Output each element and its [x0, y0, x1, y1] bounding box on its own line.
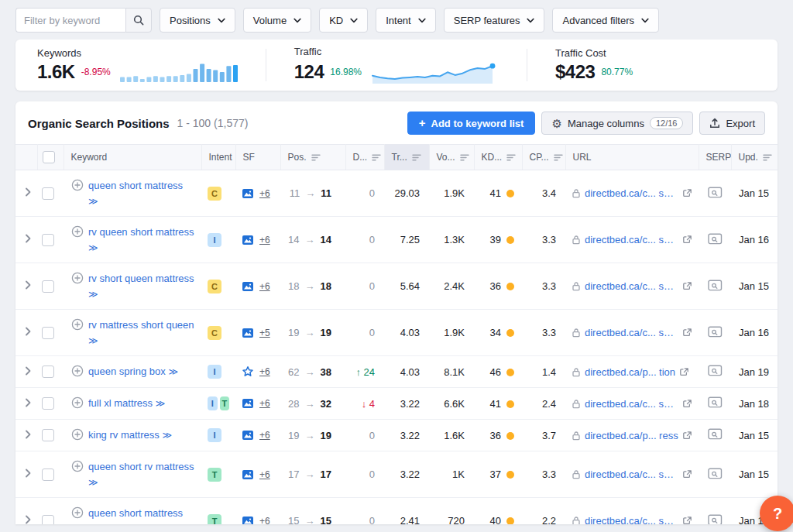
plus-circle-icon[interactable]: [71, 179, 84, 194]
search-button[interactable]: [125, 8, 152, 33]
row-checkbox[interactable]: [42, 234, 54, 246]
row-checkbox[interactable]: [42, 327, 54, 339]
manage-columns-button[interactable]: ⚙ Manage columns 12/16: [541, 112, 693, 135]
keyword-link[interactable]: rv mattress short queen: [88, 319, 194, 331]
row-checkbox[interactable]: [42, 469, 54, 481]
keyword-double-chevron-icon[interactable]: ≫: [162, 430, 172, 441]
plus-circle-icon[interactable]: [71, 272, 84, 287]
expand-row-chevron-icon[interactable]: [22, 279, 34, 293]
expand-row-chevron-icon[interactable]: [22, 365, 34, 379]
filter-dropdown-intent[interactable]: Intent: [376, 8, 436, 33]
plus-circle-icon[interactable]: [71, 396, 84, 411]
external-link-icon[interactable]: [682, 281, 692, 291]
serp-features-more-link[interactable]: +6: [259, 235, 270, 245]
column-header-vo[interactable]: Vo...: [429, 145, 474, 170]
external-link-icon[interactable]: [682, 516, 692, 524]
select-all-checkbox[interactable]: [43, 151, 55, 163]
serp-features-more-link[interactable]: +6: [259, 366, 270, 377]
keyword-double-chevron-icon[interactable]: ≫: [88, 196, 98, 207]
column-header-upd[interactable]: Upd.: [731, 145, 778, 170]
serp-preview-icon[interactable]: [708, 280, 723, 291]
row-checkbox[interactable]: [42, 187, 54, 200]
keyword-link[interactable]: queen short mattress for rv: [88, 507, 183, 524]
plus-circle-icon[interactable]: [71, 428, 84, 443]
url-link[interactable]: directbed.ca/p... ress: [585, 430, 678, 441]
plus-circle-icon[interactable]: [71, 318, 84, 333]
url-link[interactable]: directbed.ca/c... sses: [585, 187, 678, 199]
url-link[interactable]: directbed.ca/c... sses: [585, 234, 678, 245]
serp-features-more-link[interactable]: +6: [259, 430, 270, 441]
serp-preview-icon[interactable]: [708, 365, 723, 376]
keyword-double-chevron-icon[interactable]: ≫: [88, 335, 98, 346]
serp-preview-icon[interactable]: [708, 396, 723, 408]
url-link[interactable]: directbed.ca/c... sses: [585, 280, 678, 292]
serp-preview-icon[interactable]: [708, 187, 723, 198]
keyword-double-chevron-icon[interactable]: ≫: [168, 366, 178, 377]
keyword-link[interactable]: queen spring box: [88, 366, 166, 377]
url-link[interactable]: directbed.ca/p... tion: [585, 366, 675, 378]
row-checkbox[interactable]: [42, 280, 54, 293]
serp-preview-icon[interactable]: [708, 233, 723, 245]
plus-circle-icon[interactable]: [71, 365, 84, 379]
keyword-double-chevron-icon[interactable]: ≫: [88, 477, 98, 488]
column-header-pos[interactable]: Pos.: [280, 145, 345, 170]
external-link-icon[interactable]: [682, 235, 692, 245]
external-link-icon[interactable]: [682, 188, 692, 198]
plus-circle-icon[interactable]: [71, 506, 84, 521]
serp-preview-icon[interactable]: [708, 428, 723, 440]
filter-dropdown-positions[interactable]: Positions: [160, 8, 235, 33]
column-header-d[interactable]: D...: [345, 145, 384, 170]
filter-dropdown-volume[interactable]: Volume: [243, 8, 311, 33]
plus-circle-icon[interactable]: [71, 225, 84, 240]
url-link[interactable]: directbed.ca/c... sses: [585, 327, 678, 338]
url-link[interactable]: directbed.ca/c... sses: [585, 398, 678, 410]
keyword-double-chevron-icon[interactable]: ≫: [114, 523, 124, 525]
expand-row-chevron-icon[interactable]: [22, 428, 34, 443]
serp-preview-icon[interactable]: [708, 468, 723, 479]
keyword-link[interactable]: rv short queen mattress: [88, 273, 194, 284]
export-button[interactable]: Export: [699, 112, 765, 135]
row-checkbox[interactable]: [42, 366, 54, 378]
serp-features-more-link[interactable]: +5: [259, 328, 270, 338]
serp-features-more-link[interactable]: +6: [259, 516, 270, 525]
serp-features-more-link[interactable]: +6: [259, 188, 270, 199]
filter-dropdown-serp-features[interactable]: SERP features: [444, 8, 545, 33]
keyword-link[interactable]: full xl mattress: [88, 397, 153, 409]
keyword-double-chevron-icon[interactable]: ≫: [88, 242, 98, 253]
expand-row-chevron-icon[interactable]: [22, 325, 34, 340]
filter-dropdown-kd[interactable]: KD: [319, 8, 368, 33]
serp-preview-icon[interactable]: [708, 326, 723, 338]
serp-features-more-link[interactable]: +6: [259, 398, 270, 409]
column-header-kd[interactable]: KD...: [474, 145, 522, 170]
keyword-link[interactable]: rv queen short mattress: [88, 226, 194, 238]
external-link-icon[interactable]: [679, 367, 689, 377]
expand-row-chevron-icon[interactable]: [22, 467, 34, 482]
url-link[interactable]: directbed.ca/c... sses: [585, 515, 678, 524]
keyword-double-chevron-icon[interactable]: ≫: [156, 398, 166, 409]
add-to-keyword-list-button[interactable]: + Add to keyword list: [407, 112, 536, 135]
filter-dropdown-advanced-filters[interactable]: Advanced filters: [552, 8, 659, 33]
keyword-link[interactable]: king rv mattress: [88, 429, 160, 441]
keyword-filter-input[interactable]: [15, 8, 125, 33]
row-checkbox[interactable]: [42, 429, 54, 441]
keyword-double-chevron-icon[interactable]: ≫: [88, 289, 98, 300]
keyword-link[interactable]: queen short rv mattress: [88, 461, 194, 472]
row-checkbox[interactable]: [42, 397, 54, 410]
serp-features-more-link[interactable]: +6: [259, 469, 270, 480]
external-link-icon[interactable]: [682, 399, 692, 409]
column-header-cp[interactable]: CP...: [522, 145, 565, 170]
external-link-icon[interactable]: [682, 328, 692, 338]
help-button[interactable]: ?: [760, 496, 793, 531]
expand-row-chevron-icon[interactable]: [22, 513, 34, 524]
expand-row-chevron-icon[interactable]: [22, 232, 34, 247]
column-header-tr[interactable]: Tr...: [384, 145, 429, 170]
plus-circle-icon[interactable]: [71, 460, 84, 475]
expand-row-chevron-icon[interactable]: [22, 186, 34, 201]
url-link[interactable]: directbed.ca/c... sses: [585, 469, 678, 480]
row-checkbox[interactable]: [42, 515, 54, 524]
serp-preview-icon[interactable]: [708, 514, 723, 525]
external-link-icon[interactable]: [682, 469, 692, 479]
expand-row-chevron-icon[interactable]: [22, 396, 34, 411]
external-link-icon[interactable]: [682, 431, 692, 441]
serp-features-more-link[interactable]: +6: [259, 281, 270, 292]
